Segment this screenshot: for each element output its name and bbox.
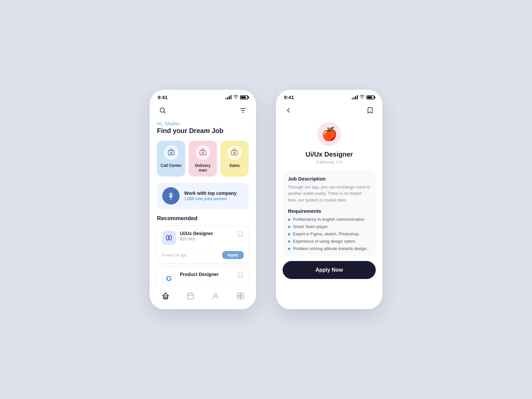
job-card-ui-ux[interactable]: Ui/Ux Designer $15 /Hrs Posted 1hr ago A… [157,226,249,263]
delivery-icon-wrap [196,145,210,160]
signal-icon-2 [352,95,358,99]
filter-button[interactable] [237,105,249,116]
phones-container: 9:41 [150,90,382,309]
signal-icon [225,95,231,99]
banner-highlight: 1,000 [184,197,194,201]
call-center-icon-wrap [164,145,179,160]
req-dot-3 [288,233,290,235]
job-logo-meta [162,231,176,245]
req-item-3: Expert in Figma, sketch, Photoshop. [288,232,370,236]
bottom-nav [150,285,256,309]
header-icons [157,101,249,121]
category-delivery-man[interactable]: Delivery man [189,141,217,177]
job-card-bottom-1: Posted 1hr ago Apply [162,248,244,259]
company-logo: 🍎 [317,122,341,146]
categories-row: Call Center Delivery man [157,141,249,177]
job-info-2: Product Designer [180,272,233,277]
sales-label: Sales [229,163,240,168]
wifi-icon-2 [359,95,365,100]
detail-job-title: Ui/Ux Designer [283,151,376,158]
svg-point-10 [234,152,235,154]
apply-button-1[interactable]: Apply [222,251,244,259]
svg-point-8 [202,152,203,154]
bookmark-icon-1[interactable] [237,231,244,237]
recommended-title: Recommended [157,215,249,222]
banner-title: Work with top company [184,191,237,196]
status-bar-1: 9:41 [150,90,256,101]
job-card-top-1: Ui/Ux Designer $15 /Hrs [162,231,244,245]
top-company-banner: Work with top company 1,000 new jobs pos… [157,183,249,209]
req-dot-1 [288,218,290,221]
status-icons-2 [352,95,374,100]
detail-job-location: California, CA [283,160,376,165]
banner-suffix: new jobs posted. [194,197,228,201]
job-card-top-2: G Product Designer [162,272,244,285]
svg-line-1 [164,112,165,113]
wifi-icon [233,95,238,100]
req-item-1: Profieiciency in english communication [288,217,370,222]
desc-title: Job Description [288,176,370,182]
job-card-product-designer[interactable]: G Product Designer [157,267,249,285]
status-bar-2: 9:41 [276,90,382,101]
sales-icon-wrap [227,145,242,160]
svg-rect-7 [200,151,206,155]
svg-point-13 [169,235,172,240]
banner-subtitle: 1,000 new jobs posted. [184,197,237,201]
svg-rect-23 [237,296,240,299]
greeting-main: Find your Dream Job [157,127,249,135]
job-title-2: Product Designer [180,272,233,277]
desc-text: Through our app, you can exchange coins … [288,184,370,203]
phone2-content: 🍎 Ui/Ux Designer California, CA Job Desc… [276,101,382,309]
phone1-content: Hi, Shahin Find your Dream Job Call Cent… [150,101,256,285]
job-salary-1: $15 /Hrs [180,237,233,241]
nav-calendar[interactable] [184,289,197,303]
category-sales[interactable]: Sales [220,141,249,177]
apple-icon: 🍎 [322,128,337,140]
req-dot-5 [288,248,290,250]
req-dot-4 [288,240,290,243]
apply-now-button[interactable]: Apply Now [283,261,376,279]
job-logo-google: G [162,272,176,285]
req-title: Requirements [288,208,370,214]
banner-text: Work with top company 1,000 new jobs pos… [184,191,237,201]
status-time-2: 9:41 [284,94,294,100]
status-icons-1 [225,95,248,100]
req-item-5: Problem solving attitude towards design. [288,246,370,251]
banner-icon [162,187,180,204]
req-dot-2 [288,226,290,228]
nav-grid[interactable] [234,289,247,303]
req-item-4: Experience of using design sytem. [288,239,370,244]
svg-rect-9 [231,151,237,155]
call-center-label: Call Center [161,163,182,168]
svg-rect-24 [241,296,243,299]
svg-rect-21 [237,293,240,296]
battery-icon-2 [366,95,374,99]
svg-point-12 [166,235,169,240]
bookmark-icon-2[interactable] [237,272,244,278]
job-info-1: Ui/Ux Designer $15 /Hrs [180,231,233,241]
phone-home: 9:41 [150,90,256,309]
svg-rect-15 [165,298,167,299]
back-button[interactable] [283,105,294,116]
req-item-2: Smart Team player. [288,224,370,229]
nav-profile[interactable] [209,289,222,303]
job-title-1: Ui/Ux Designer [180,231,233,236]
requirements-list: Profieiciency in english communication S… [288,217,370,251]
svg-point-20 [214,293,217,296]
description-card: Job Description Through our app, you can… [283,171,376,256]
greeting-sub: Hi, Shahin [157,121,249,126]
battery-icon [240,95,248,99]
search-button[interactable] [157,105,168,116]
nav-home[interactable] [159,289,172,303]
svg-rect-22 [241,293,243,296]
posted-time-1: Posted 1hr ago [162,253,187,257]
category-call-center[interactable]: Call Center [157,141,185,177]
detail-header [283,101,376,122]
status-time-1: 9:41 [158,94,168,100]
phone-detail: 9:41 [276,90,382,309]
svg-rect-16 [188,293,194,299]
save-bookmark-button[interactable] [364,105,376,116]
delivery-man-label: Delivery man [192,163,213,173]
svg-rect-5 [168,151,174,155]
svg-point-6 [170,152,172,154]
